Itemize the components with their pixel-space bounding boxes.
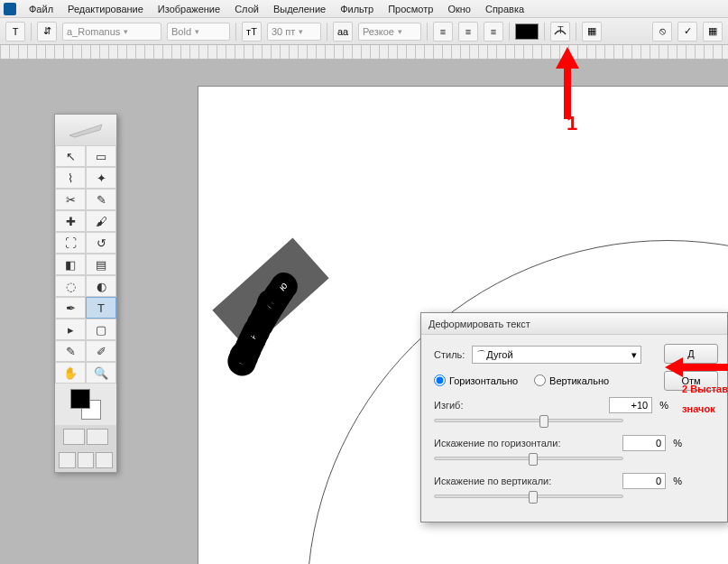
heal-tool[interactable]: ✚ [55, 210, 86, 232]
font-style-value: Bold [171, 26, 191, 37]
font-size-icon: тТ [242, 22, 262, 42]
arc-text-content: Сделано с любовью [235, 280, 290, 366]
eyedropper-tool[interactable]: ✐ [86, 340, 116, 362]
dodge-tool[interactable]: ◐ [86, 275, 116, 297]
menu-file[interactable]: Файл [22, 2, 60, 16]
screen-mode-1-icon[interactable] [59, 452, 76, 468]
lasso-tool[interactable]: ⌇ [55, 167, 86, 189]
hand-tool[interactable]: ✋ [55, 362, 86, 384]
bend-slider[interactable] [434, 419, 623, 422]
antialias-combo[interactable]: Резкое▾ [358, 23, 421, 41]
align-left-icon[interactable]: ≡ [433, 22, 453, 42]
vdist-label: Искажение по вертикали: [434, 476, 615, 486]
orient-h-label: Горизонтально [449, 375, 518, 386]
annotation-2-text: 2 Выстав значок [682, 379, 728, 419]
separator [576, 23, 576, 41]
slice-tool[interactable]: ✎ [86, 189, 116, 210]
antialias-icon: aа [333, 22, 353, 42]
style-label: Стиль: [434, 349, 465, 360]
screen-mode-3-icon[interactable] [96, 452, 113, 468]
menu-image[interactable]: Изображение [151, 2, 227, 16]
zoom-tool[interactable]: 🔍 [86, 362, 116, 384]
font-size-combo[interactable]: 30 пт▾ [267, 23, 321, 41]
ruler-horizontal [0, 45, 728, 60]
menu-help[interactable]: Справка [478, 2, 531, 16]
hdist-label: Искажение по горизонтали: [434, 438, 615, 448]
text-color-swatch[interactable] [515, 23, 539, 40]
screen-mode-2-icon[interactable] [78, 452, 95, 468]
toolbox-header[interactable] [55, 115, 116, 145]
separator [544, 23, 545, 41]
svg-text:Сделано с любовью: Сделано с любовью [235, 280, 290, 366]
hdist-slider[interactable] [434, 457, 623, 460]
crop-tool[interactable]: ✂ [55, 189, 86, 210]
arc-style-icon: ⌒ [476, 348, 486, 362]
shape-tool[interactable]: ▢ [86, 319, 116, 340]
menu-filter[interactable]: Фильтр [333, 2, 381, 16]
vdist-slider[interactable] [434, 495, 623, 498]
hdist-input[interactable] [622, 435, 666, 451]
orient-v-input[interactable] [534, 374, 546, 386]
marquee-tool[interactable]: ▭ [86, 145, 116, 167]
standard-mode-icon[interactable] [63, 429, 85, 445]
workspace: Сделано с любовью ↖ ▭ ⌇ ✦ ✂ ✎ ✚ 🖌 ⛶ ↺ ◧ … [0, 60, 728, 564]
pen-tool[interactable]: ✒ [55, 297, 86, 319]
cancel-icon[interactable]: ⦸ [652, 22, 672, 42]
vdist-input[interactable] [622, 473, 666, 489]
menu-edit[interactable]: Редактирование [60, 2, 151, 16]
font-family-combo[interactable]: a_Romanus▾ [62, 23, 161, 41]
style-select[interactable]: ⌒ Дугой ▾ [472, 346, 641, 364]
bend-pct: % [659, 400, 668, 411]
commit-icon[interactable]: ✓ [677, 22, 697, 42]
foreground-color[interactable] [70, 389, 90, 409]
character-panel-icon[interactable]: ▦ [582, 22, 602, 42]
wand-tool[interactable]: ✦ [86, 167, 116, 189]
orient-v-label: Вертикально [549, 375, 609, 386]
font-family-value: a_Romanus [67, 26, 120, 37]
notes-tool[interactable]: ✎ [55, 340, 86, 362]
menu-window[interactable]: Окно [440, 2, 478, 16]
type-tool[interactable]: T [86, 297, 116, 319]
orient-vertical-radio[interactable]: Вертикально [534, 374, 609, 386]
brush-tool[interactable]: 🖌 [86, 210, 116, 232]
svg-text:T: T [558, 25, 564, 35]
menu-select[interactable]: Выделение [266, 2, 333, 16]
orientation-toggle-icon[interactable]: ⇵ [37, 22, 57, 42]
app-icon [4, 3, 16, 15]
ok-button[interactable]: Д [664, 344, 718, 364]
orient-h-input[interactable] [434, 374, 446, 386]
move-tool[interactable]: ↖ [55, 145, 86, 167]
blur-tool[interactable]: ◌ [55, 275, 86, 297]
bend-input[interactable] [609, 397, 652, 413]
menu-layer[interactable]: Слой [227, 2, 266, 16]
screenmode-row [55, 448, 116, 472]
dialog-titlebar[interactable]: Деформировать текст [421, 313, 727, 335]
stamp-tool[interactable]: ⛶ [55, 232, 86, 254]
eraser-tool[interactable]: ◧ [55, 254, 86, 275]
dialog-title: Деформировать текст [429, 319, 530, 329]
toolbox-panel: ↖ ▭ ⌇ ✦ ✂ ✎ ✚ 🖌 ⛶ ↺ ◧ ▤ ◌ ◐ ✒ T ▸ ▢ ✎ ✐ … [54, 114, 117, 473]
annotation-2-line1: 2 Выстав [682, 379, 728, 399]
color-swatches[interactable] [55, 384, 116, 425]
text-tool-icon[interactable]: T [5, 22, 25, 42]
workspace-icon[interactable]: ▦ [703, 22, 723, 42]
align-right-icon[interactable]: ≡ [484, 22, 503, 42]
separator [509, 23, 510, 41]
gradient-tool[interactable]: ▤ [86, 254, 116, 275]
orient-horizontal-radio[interactable]: Горизонтально [434, 374, 518, 386]
separator [427, 23, 428, 41]
menu-view[interactable]: Просмотр [381, 2, 440, 16]
hdist-pct: % [673, 438, 682, 448]
options-bar: T ⇵ a_Romanus▾ Bold▾ тТ 30 пт▾ aа Резкое… [0, 18, 728, 45]
font-style-combo[interactable]: Bold▾ [167, 23, 230, 41]
separator [327, 23, 327, 41]
annotation-2-line2: значок [682, 399, 728, 419]
path-select-tool[interactable]: ▸ [55, 319, 86, 340]
align-center-icon[interactable]: ≡ [458, 22, 478, 42]
warp-text-button[interactable]: T [550, 22, 570, 42]
antialias-value: Резкое [363, 26, 394, 37]
quickmask-mode-icon[interactable] [87, 429, 108, 445]
menubar: Файл Редактирование Изображение Слой Выд… [0, 0, 728, 18]
history-brush-tool[interactable]: ↺ [86, 232, 116, 254]
separator [235, 23, 236, 41]
